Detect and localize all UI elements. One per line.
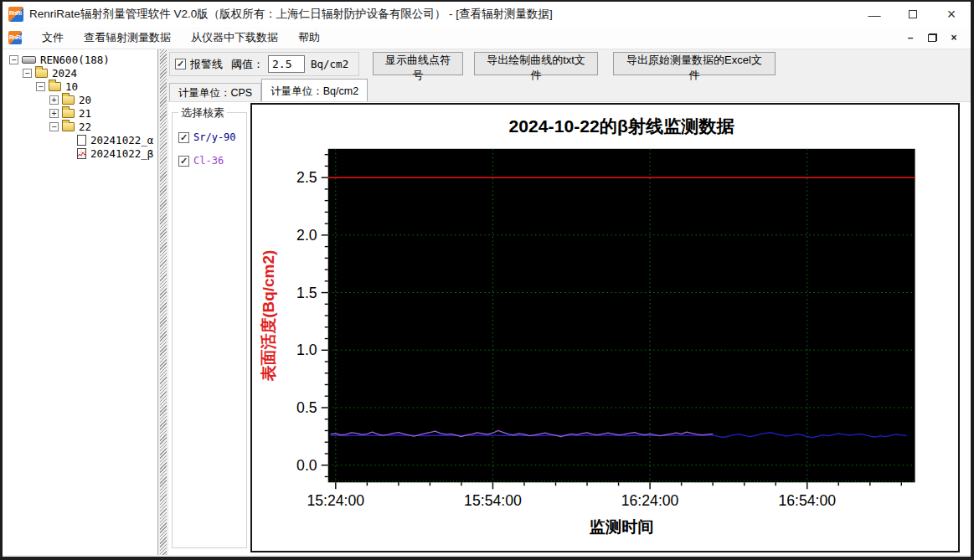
panel-splitter[interactable]	[160, 49, 167, 555]
svg-text:1.5: 1.5	[296, 285, 317, 301]
folder-icon	[49, 82, 61, 91]
title-bar: RenriRate辐射剂量管理软件 V2.0版（版权所有：上海仁日辐射防护设备有…	[3, 2, 971, 27]
tree-item-20[interactable]: +20	[6, 93, 157, 106]
alarm-line-label: 报警线	[190, 57, 223, 72]
svg-text:1.0: 1.0	[296, 342, 317, 358]
chart-panel: 0.00.51.01.52.02.515:24:0015:54:0016:24:…	[250, 103, 960, 552]
tree-item-label: REN600(188)	[40, 54, 110, 66]
tree-item-20241022_β[interactable]: 20241022_β	[6, 146, 157, 160]
mdi-minimize-button[interactable]: –	[902, 31, 919, 45]
app-logo-icon	[8, 7, 23, 22]
tab-page-bqcm2: 选择核素 ✓Sr/y-90✓Cl-36 0.00.51.01.52.02.515…	[168, 101, 971, 555]
nuclide-checkbox-0[interactable]: ✓	[178, 132, 189, 143]
device-tree: −REN600(188)−2024−10+20+21−2220241022_α2…	[3, 49, 158, 555]
svg-text:2.5: 2.5	[296, 169, 317, 186]
alarm-line-checkbox[interactable]: ✓	[175, 59, 186, 69]
collapse-icon[interactable]: −	[23, 69, 32, 78]
chart-document-icon	[77, 148, 86, 159]
svg-text:16:24:00: 16:24:00	[621, 492, 679, 509]
nuclide-groupbox: 选择核素 ✓Sr/y-90✓Cl-36	[172, 112, 247, 548]
nuclide-label-0: Sr/y-90	[193, 131, 236, 143]
collapse-icon[interactable]: −	[36, 82, 45, 91]
nuclide-label-1: Cl-36	[193, 155, 224, 167]
monitoring-chart: 0.00.51.01.52.02.515:24:0015:54:0016:24:…	[252, 105, 958, 551]
threshold-unit-label: Bq/cm2	[311, 58, 348, 70]
menu-bar: 文件查看辐射测量数据从仪器中下载数据帮助 – ×	[3, 27, 971, 49]
collapse-icon[interactable]: −	[49, 122, 59, 131]
mdi-close-button[interactable]: ×	[946, 31, 962, 45]
svg-text:0.0: 0.0	[296, 457, 317, 474]
toolbar-button-0[interactable]: 显示曲线点符号	[373, 52, 463, 75]
nuclide-item-0: ✓Sr/y-90	[178, 131, 246, 143]
toolbar: ✓ 报警线 阈值： Bq/cm2 显示曲线点符号导出绘制曲线的txt文件导出原始…	[168, 49, 971, 78]
menu-item-2[interactable]: 从仪器中下载数据	[181, 27, 288, 49]
svg-text:15:24:00: 15:24:00	[307, 492, 364, 509]
mdi-window-controls: – ×	[902, 31, 971, 45]
threshold-label: 阈值：	[231, 57, 264, 72]
svg-text:2.0: 2.0	[296, 227, 317, 244]
svg-text:0.5: 0.5	[296, 399, 317, 416]
menu-item-1[interactable]: 查看辐射测量数据	[74, 27, 181, 49]
tree-item-10[interactable]: −10	[6, 80, 157, 93]
menu-item-3[interactable]: 帮助	[288, 27, 330, 49]
document-icon	[77, 135, 86, 146]
app-window: RenriRate辐射剂量管理软件 V2.0版（版权所有：上海仁日辐射防护设备有…	[0, 0, 974, 560]
svg-text:16:54:00: 16:54:00	[778, 492, 836, 509]
tree-item-2024[interactable]: −2024	[6, 66, 157, 80]
chart-ylabel: 表面活度(Bq/cm2)	[260, 250, 277, 383]
document-logo-icon	[8, 31, 22, 44]
tree-item-21[interactable]: +21	[6, 106, 157, 120]
tree-item-20241022_α[interactable]: 20241022_α	[6, 133, 157, 146]
tab-unit-0[interactable]: 计量单位：CPS	[169, 83, 261, 101]
toolbar-button-1[interactable]: 导出绘制曲线的txt文件	[474, 52, 598, 75]
tree-item-label: 21	[79, 107, 91, 120]
toolbar-button-2[interactable]: 导出原始测量数据的Excel文件	[613, 52, 776, 75]
tree-item-REN600(188)[interactable]: −REN600(188)	[6, 53, 157, 66]
expand-icon[interactable]: +	[49, 109, 59, 118]
tree-item-label: 20241022_β	[90, 147, 153, 160]
minimize-button[interactable]: —	[855, 2, 894, 27]
folder-icon	[62, 109, 75, 118]
tree-item-label: 20241022_α	[90, 134, 153, 146]
alarm-line-panel: ✓ 报警线 阈值： Bq/cm2	[169, 52, 359, 76]
chart-title: 2024-10-22的β射线监测数据	[509, 116, 734, 136]
threshold-input[interactable]	[268, 55, 305, 73]
svg-text:15:54:00: 15:54:00	[464, 492, 522, 509]
device-icon	[22, 56, 36, 64]
menu-item-0[interactable]: 文件	[32, 27, 74, 49]
tree-item-label: 2024	[52, 67, 77, 80]
tree-item-label: 20	[79, 94, 91, 106]
mdi-restore-button[interactable]	[924, 31, 941, 45]
maximize-icon	[909, 10, 917, 18]
expand-icon[interactable]: +	[49, 95, 59, 105]
nuclide-item-1: ✓Cl-36	[178, 155, 246, 167]
window-title: RenriRate辐射剂量管理软件 V2.0版（版权所有：上海仁日辐射防护设备有…	[29, 7, 553, 22]
tree-item-label: 10	[65, 80, 78, 93]
unit-tabs: 计量单位：CPS计量单位：Bq/cm2	[168, 78, 971, 101]
tree-item-22[interactable]: −22	[6, 120, 157, 133]
folder-icon	[35, 69, 48, 78]
tree-item-label: 22	[79, 121, 91, 133]
restore-icon	[928, 33, 937, 42]
nuclide-groupbox-title: 选择核素	[178, 105, 227, 121]
folder-icon	[62, 95, 75, 105]
close-button[interactable]: ×	[932, 2, 971, 27]
collapse-icon[interactable]: −	[9, 55, 18, 64]
tab-unit-1[interactable]: 计量单位：Bq/cm2	[261, 79, 368, 101]
chart-xlabel: 监测时间	[590, 518, 654, 536]
maximize-button[interactable]	[894, 2, 932, 27]
nuclide-checkbox-1[interactable]: ✓	[178, 156, 189, 167]
folder-icon	[62, 122, 75, 131]
